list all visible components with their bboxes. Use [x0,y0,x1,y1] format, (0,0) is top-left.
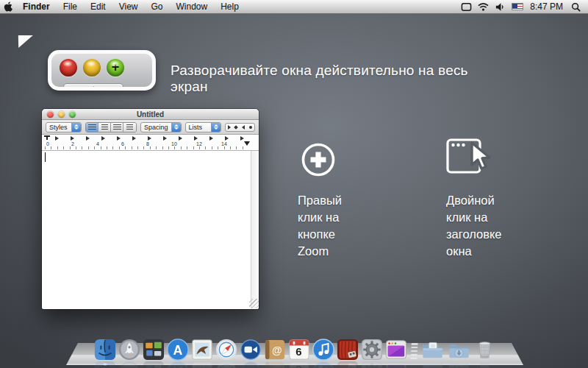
lists-label: Lists [186,124,211,131]
resize-grip[interactable] [249,299,259,308]
dock-item-mission-control[interactable] [143,339,165,361]
dropdown-arrows-icon [211,123,220,132]
window-cursor-icon [445,137,492,184]
tip2-line2: заголовке окна [446,226,502,260]
dock-item-photo-booth[interactable] [337,339,359,361]
menu-item-window[interactable]: Window [170,0,215,13]
textedit-window: Untitled Styles Spacing Lists [42,109,259,309]
documents-folder-icon [420,339,445,361]
callout-body: + [51,54,152,87]
finder-icon [94,339,116,361]
tab-stop-icon[interactable] [240,136,244,141]
contacts-icon: @ [264,339,286,361]
menu-item-go[interactable]: Go [145,0,170,13]
tab-stop-icon[interactable] [55,136,59,141]
us-flag-icon[interactable] [511,1,523,12]
safari-icon [215,339,237,361]
justify-icon [113,124,121,130]
dock-item-app-store[interactable]: A [167,339,189,361]
lists-dropdown[interactable]: Lists [185,122,221,132]
itunes-icon [312,339,334,361]
dock-item-documents-folder[interactable] [420,339,445,361]
menu-item-finder[interactable]: Finder [16,0,57,13]
spotlight-icon[interactable] [570,1,582,12]
tab-stop-icon[interactable] [209,136,213,141]
menu-item-file[interactable]: File [57,0,84,13]
tab-left-icon[interactable] [242,125,245,130]
ruler-number: 12 [196,141,202,146]
dock-item-safari[interactable] [215,339,237,361]
dock-item-facetime[interactable] [240,339,262,361]
window-app-icon [385,339,407,361]
tab-stop-icon[interactable] [86,136,90,141]
align-right-icon [126,124,133,130]
styles-dropdown[interactable]: Styles [46,122,82,132]
ruler-number: 4 [96,141,99,146]
dock-item-trash[interactable] [473,338,496,361]
tab-decimal-icon[interactable] [249,126,252,129]
ruler-number: 0 [46,141,49,146]
tab-right-icon[interactable] [228,125,231,130]
dock-item-window-app[interactable] [385,339,407,361]
tab-stop-icon[interactable] [117,136,121,141]
app-store-icon: A [167,339,189,361]
dock-item-calendar[interactable]: 6 [288,339,310,361]
volume-icon[interactable] [494,1,506,12]
align-center-icon [101,124,108,130]
menu-item-edit[interactable]: Edit [84,0,112,13]
align-left-icon [88,124,96,130]
spacing-dropdown[interactable]: Spacing [140,122,182,132]
dropdown-arrows-icon [171,123,181,132]
tab-stop-icon[interactable] [71,136,74,141]
window-titlebar[interactable]: Untitled [42,109,259,120]
menu-clock[interactable]: 8:47 PM [528,1,565,12]
svg-text:@: @ [271,344,282,356]
dock-item-mail[interactable] [191,339,213,361]
tab-stop-icon[interactable] [101,136,105,141]
vertical-scrollbar[interactable] [251,151,259,308]
tip2-line1: Двойной клик на [446,192,502,226]
minimize-button-icon [83,59,101,77]
menu-item-help[interactable]: Help [214,0,245,13]
facetime-icon [240,339,262,361]
ruler-ticks [45,146,248,149]
align-left-button[interactable] [86,123,98,132]
apple-menu[interactable] [0,1,16,13]
system-preferences-icon [361,339,383,361]
justify-button[interactable] [111,123,123,132]
dock-item-downloads-folder[interactable] [447,339,471,361]
menu-item-view[interactable]: View [112,0,145,13]
ruler-number: 2 [71,141,74,146]
running-indicator [102,363,108,366]
ruler-number: 10 [171,141,177,146]
dock-item-launchpad[interactable] [118,339,140,361]
tab-stop-palette[interactable] [225,123,255,132]
tab-stop-icon[interactable] [225,136,229,141]
tab-center-icon[interactable] [234,125,239,130]
display-icon[interactable] [460,1,473,12]
wifi-icon[interactable] [477,1,490,12]
tab-stop-icon[interactable] [148,136,151,141]
align-right-button[interactable] [123,123,136,132]
dock-item-contacts[interactable]: @ [264,339,286,361]
tip1-line1: Правый клик на [298,192,342,226]
alignment-segmented-control [85,122,137,132]
traffic-lights-callout: + [48,50,156,91]
tab-stop-icon[interactable] [163,136,167,141]
dock-item-itunes[interactable] [312,339,334,361]
document-area[interactable] [42,151,259,308]
tab-stop-icon[interactable] [179,136,182,141]
tab-stop-icon[interactable] [194,136,198,141]
tab-stop-icon[interactable] [132,136,136,141]
dock-item-finder[interactable] [94,339,116,361]
align-center-button[interactable] [98,123,111,132]
dock-item-system-preferences[interactable] [361,339,383,361]
ruler[interactable]: 02468101214 [42,135,259,151]
ruler-number: 6 [121,141,124,146]
format-toolbar: Styles Spacing Lists [42,120,259,135]
indent-marker-icon[interactable] [44,135,50,137]
dock-divider [409,342,419,361]
calendar-day: 6 [288,345,310,358]
mission-control-icon [143,339,165,361]
right-margin-marker-icon[interactable] [244,141,250,146]
